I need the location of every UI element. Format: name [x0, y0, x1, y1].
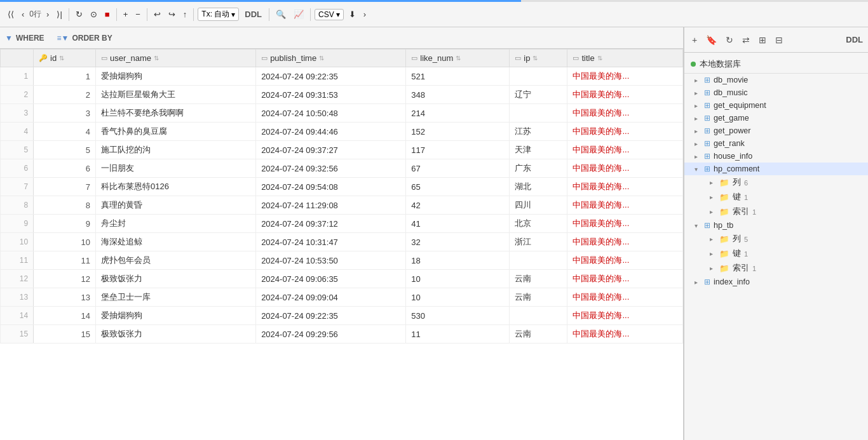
tree-db-item[interactable]: ▸⊞db_music: [684, 86, 868, 99]
up-btn[interactable]: ↑: [180, 8, 190, 20]
table-row[interactable]: 77科比布莱恩特01262024-07-24 09:54:0865湖北中国最美的…: [1, 178, 683, 196]
col-title[interactable]: ▭ title ⇅: [567, 50, 683, 67]
expand-right-icon: ▸: [695, 279, 701, 286]
stop-btn[interactable]: ■: [102, 8, 112, 20]
table-row[interactable]: 1111虎扑包年会员2024-07-24 10:53:5018中国最美的海...: [1, 251, 683, 270]
filter-icon: ▼: [5, 34, 13, 43]
title-cell: 中国最美的海...: [567, 159, 683, 178]
row-num-cell: 15: [1, 325, 34, 343]
table-row[interactable]: 66一旧朋友2024-07-24 09:32:5667广东中国最美的海...: [1, 159, 683, 178]
tree-db-item[interactable]: ▸⊞get_game: [684, 112, 868, 124]
table-row[interactable]: 33杜兰特不要绝杀我啊啊2024-07-24 10:50:48214中国最美的海…: [1, 104, 683, 123]
title-cell: 中国最美的海...: [567, 178, 683, 196]
col-id[interactable]: 🔑 id ⇅: [34, 50, 96, 67]
table-row[interactable]: 55施工队挖的沟2024-07-24 09:37:27117天津中国最美的海..…: [1, 141, 683, 159]
user-name-cell: 舟尘封: [96, 215, 256, 233]
like-num-cell: 10: [406, 270, 510, 288]
undo-btn[interactable]: ↩: [151, 8, 163, 20]
nav-prev-btn[interactable]: ‹: [19, 8, 27, 20]
nav-last-btn[interactable]: ⟩|: [54, 8, 64, 20]
rt-sync-btn[interactable]: ⇄: [740, 34, 752, 46]
where-filter[interactable]: ▼ WHERE: [5, 34, 44, 43]
col-like-num[interactable]: ▭ like_num ⇅: [406, 50, 510, 67]
chart-btn[interactable]: 📈: [291, 8, 306, 20]
tree-db-item[interactable]: ▸⊞get_power: [684, 124, 868, 137]
rt-bookmark-btn[interactable]: 🔖: [703, 34, 719, 46]
tree-sub-item[interactable]: ▸📁列 5: [692, 232, 868, 246]
id-cell: 15: [34, 325, 96, 343]
table-row[interactable]: 88真理的黄昏2024-07-24 11:29:0842四川中国最美的海...: [1, 196, 683, 215]
nav-first-btn[interactable]: ⟨⟨: [5, 8, 17, 20]
col-publish-time[interactable]: ▭ publish_time ⇅: [256, 50, 406, 67]
tree-sub-item[interactable]: ▸📁索引 1: [692, 204, 868, 219]
history-btn[interactable]: ⊙: [88, 8, 100, 20]
tx-dropdown[interactable]: Tx: 自动 ▾: [198, 8, 239, 21]
tree-db-item[interactable]: ▾⊞hp_tb: [684, 219, 868, 232]
publish-time-cell: 2024-07-24 09:31:53: [256, 86, 406, 104]
download-btn[interactable]: ⬇: [346, 8, 358, 20]
ddl-btn[interactable]: DDL: [241, 8, 265, 20]
tree-sub-item[interactable]: ▸📁键 1: [692, 190, 868, 204]
tree-db-item[interactable]: ▸⊞index_info: [684, 276, 868, 288]
db-tree: 本地数据库 ▸⊞db_movie▸⊞db_music▸⊞get_equipmen…: [684, 53, 868, 440]
tree-sub-item[interactable]: ▸📁列 6: [692, 175, 868, 190]
field-icon-4: ▭: [515, 54, 521, 62]
table-row[interactable]: 99舟尘封2024-07-24 09:37:1241北京中国最美的海...: [1, 215, 683, 233]
search-btn[interactable]: 🔍: [273, 8, 288, 20]
table-row[interactable]: 11爱抽烟狗狗2024-07-24 09:22:35521中国最美的海...: [1, 67, 683, 86]
tree-db-item[interactable]: ▸⊞house_info: [684, 150, 868, 163]
col-user-name-label: user_name: [110, 53, 151, 63]
like-num-cell: 41: [406, 215, 510, 233]
rt-table-icon-btn[interactable]: ⊞: [756, 34, 769, 46]
main-area: ▼ WHERE ≡▼ ORDER BY 🔑 id: [0, 27, 868, 440]
tree-sub-item[interactable]: ▸📁索引 1: [692, 261, 868, 276]
csv-label: CSV: [318, 10, 334, 19]
tree-db-item[interactable]: ▸⊞db_movie: [684, 74, 868, 86]
rt-grid-icon-btn[interactable]: ⊟: [773, 34, 785, 46]
db-name-label: db_music: [714, 88, 748, 97]
table-row[interactable]: 22达拉斯巨星银角大王2024-07-24 09:31:53348辽宁中国最美的…: [1, 86, 683, 104]
row-count-label: 0行: [29, 9, 41, 20]
user-name-cell: 施工队挖的沟: [96, 141, 256, 159]
tree-db-item[interactable]: ▾⊞hp_comment: [684, 163, 868, 175]
table-row[interactable]: 1414爱抽烟狗狗2024-07-24 09:22:35530中国最美的海...: [1, 307, 683, 325]
tree-db-item[interactable]: ▸⊞get_rank: [684, 137, 868, 150]
db-name-label: get_power: [714, 126, 750, 135]
table-row[interactable]: 1515极致饭张力2024-07-24 09:29:5611云南中国最美的海..…: [1, 325, 683, 343]
ip-cell: 浙江: [510, 233, 567, 251]
id-cell: 9: [34, 215, 96, 233]
publish-time-cell: 2024-07-24 09:37:27: [256, 141, 406, 159]
col-ip[interactable]: ▭ ip ⇅: [510, 50, 567, 67]
tree-sub-item[interactable]: ▸📁键 1: [692, 246, 868, 261]
table-grid-icon: ⊞: [704, 114, 710, 123]
nav-next-btn[interactable]: ›: [44, 8, 51, 20]
expand-down-icon: ▾: [695, 222, 701, 229]
redo-btn[interactable]: ↪: [166, 8, 178, 20]
field-icon-3: ▭: [411, 54, 417, 62]
folder-icon: 📁: [719, 234, 729, 244]
tree-db-item[interactable]: ▸⊞get_equipment: [684, 99, 868, 112]
more-btn[interactable]: ›: [361, 8, 369, 20]
delete-row-btn[interactable]: −: [133, 8, 143, 20]
like-num-cell: 10: [406, 288, 510, 307]
table-row[interactable]: 1212极致饭张力2024-07-24 09:06:3510云南中国最美的海..…: [1, 270, 683, 288]
col-user-name[interactable]: ▭ user_name ⇅: [96, 50, 256, 67]
user-name-cell: 一旧朋友: [96, 159, 256, 178]
table-row[interactable]: 1313堡垒卫士一库2024-07-24 09:09:0410云南中国最美的海.…: [1, 288, 683, 307]
orderby-filter[interactable]: ≡▼ ORDER BY: [57, 34, 112, 43]
rt-add-btn[interactable]: +: [689, 34, 700, 46]
table-row[interactable]: 1010海深处追鲸2024-07-24 10:31:4732浙江中国最美的海..…: [1, 233, 683, 251]
add-row-btn[interactable]: +: [121, 8, 131, 20]
table-row[interactable]: 44香气扑鼻的臭豆腐2024-07-24 09:44:46152江苏中国最美的海…: [1, 123, 683, 141]
title-cell: 中国最美的海...: [567, 86, 683, 104]
ip-cell: 北京: [510, 215, 567, 233]
user-name-cell: 堡垒卫士一库: [96, 288, 256, 307]
title-cell: 中国最美的海...: [567, 325, 683, 343]
rt-ddl-label[interactable]: DDL: [846, 35, 863, 44]
csv-dropdown[interactable]: CSV ▾: [315, 9, 344, 20]
refresh-btn[interactable]: ↻: [73, 8, 85, 20]
rt-refresh-btn[interactable]: ↻: [723, 34, 736, 46]
row-num-cell: 8: [1, 196, 34, 215]
orderby-icon: ≡▼: [57, 34, 69, 43]
row-num-cell: 12: [1, 270, 34, 288]
